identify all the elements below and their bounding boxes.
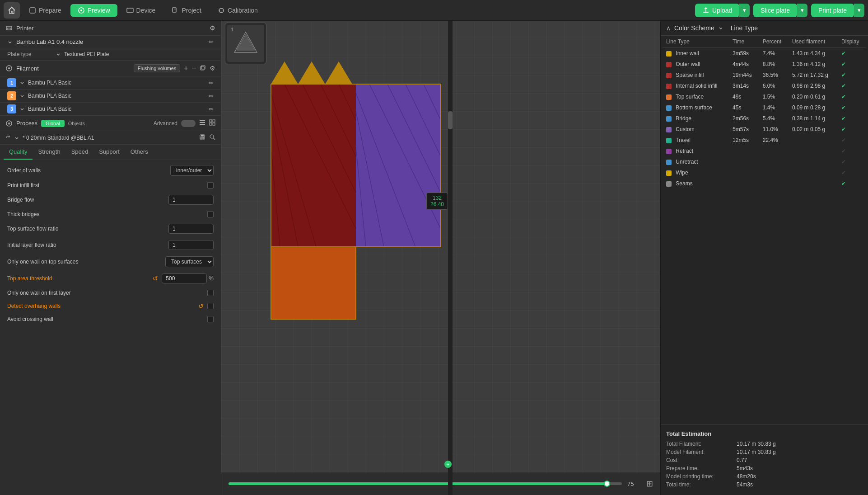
filament-row-3: 3 Bambu PLA Basic ✏ [0, 103, 221, 116]
cell-display[interactable]: ✔ [838, 156, 866, 167]
layer-slider-thumb[interactable] [604, 481, 610, 487]
upload-button[interactable]: Upload [695, 4, 739, 17]
cell-time: 3m59s [729, 48, 759, 59]
detect-overhang-checkbox[interactable] [207, 303, 214, 309]
filament-1-edit-icon[interactable]: ✏ [209, 80, 214, 86]
total-value: 5m43s [737, 465, 753, 471]
tab-others[interactable]: Others [125, 145, 154, 160]
expand-bottom-button[interactable]: ⊞ [646, 479, 653, 489]
process-grid-button[interactable] [209, 119, 215, 127]
cell-used: 0.09 m 0.28 g [789, 102, 838, 113]
plate-dropdown-icon [56, 52, 61, 57]
slice-dropdown[interactable]: ▾ [797, 4, 807, 17]
print-infill-first-checkbox[interactable] [207, 182, 214, 189]
svg-rect-3 [127, 8, 133, 13]
filament-settings-button[interactable]: ⚙ [210, 65, 215, 72]
filament-copy-button[interactable] [200, 65, 206, 72]
slice-button[interactable]: Slice plate [753, 4, 797, 17]
cell-display[interactable]: ✔ [838, 91, 866, 102]
svg-rect-28 [201, 137, 204, 139]
tab-prepare[interactable]: Prepare [22, 4, 69, 17]
right-panel: ∧ Color Scheme Line Type Line Type Time … [660, 21, 868, 495]
cell-display[interactable]: ✔ [838, 70, 866, 80]
tab-project[interactable]: Project [164, 4, 209, 17]
top-area-threshold-input[interactable] [162, 273, 207, 283]
line-table-row: Inner wall 3m59s 7.4% 1.43 m 4.34 g ✔ [663, 48, 866, 59]
cell-percent: 8.8% [759, 59, 789, 70]
svg-marker-35 [271, 61, 298, 84]
initial-layer-flow-input[interactable] [168, 240, 214, 250]
cell-percent [759, 156, 789, 167]
detect-overhang-reset-icon[interactable]: ↺ [198, 302, 204, 310]
printer-settings-button[interactable]: ⚙ [210, 24, 215, 32]
tab-device[interactable]: Device [119, 4, 163, 17]
cell-display[interactable]: ✔ [838, 146, 866, 156]
filament-add-button[interactable]: + [184, 64, 188, 72]
order-of-walls-label: Order of walls [7, 167, 167, 174]
cell-display[interactable]: ✔ [838, 59, 866, 70]
top-area-threshold-reset-icon[interactable]: ↺ [153, 275, 158, 282]
line-table-header: Line Type Time Percent Used filament Dis… [663, 36, 866, 48]
profile-name: * 0.20mm Standard @BBL A1 [23, 135, 196, 141]
avoid-crossing-checkbox[interactable] [207, 316, 214, 322]
cell-display[interactable]: ✔ [838, 80, 866, 91]
filament-3-edit-icon[interactable]: ✏ [209, 106, 214, 113]
cell-display[interactable]: ✔ [838, 124, 866, 135]
settings-scroll[interactable]: Order of walls inner/outer Print infill … [0, 160, 221, 495]
expand-button[interactable]: + [444, 461, 452, 468]
bottom-bar: 75 ⊞ [221, 472, 660, 495]
flushing-volumes-button[interactable]: Flushing volumes [134, 64, 181, 72]
bridge-flow-input[interactable] [168, 195, 214, 205]
layer-slider-track[interactable] [229, 482, 622, 485]
setting-order-of-walls: Order of walls inner/outer [0, 162, 221, 179]
tab-calibration[interactable]: Calibration [210, 4, 265, 17]
line-type-table-container[interactable]: Line Type Time Percent Used filament Dis… [661, 36, 868, 424]
tab-preview[interactable]: Preview [70, 4, 117, 17]
filament-2-edit-icon[interactable]: ✏ [209, 93, 214, 99]
print-infill-first-label: Print infill first [7, 182, 204, 189]
right-scrollbar[interactable] [448, 21, 453, 495]
cell-display[interactable]: ✔ [838, 178, 866, 189]
svg-rect-19 [200, 120, 205, 121]
cell-display[interactable]: ✔ [838, 113, 866, 124]
cell-percent: 11.0% [759, 124, 789, 135]
cell-display[interactable]: ✔ [838, 167, 866, 178]
color-scheme-collapse[interactable]: ∧ [666, 24, 671, 32]
tab-support[interactable]: Support [93, 145, 125, 160]
filament-remove-button[interactable]: − [192, 64, 196, 72]
cell-display[interactable]: ✔ [838, 102, 866, 113]
process-title: Process [16, 120, 37, 127]
only-one-wall-top-select[interactable]: Top surfaces [165, 256, 214, 267]
printer-edit-icon[interactable]: ✏ [209, 38, 214, 45]
advanced-toggle[interactable] [181, 120, 196, 127]
svg-rect-38 [271, 247, 356, 319]
scrollbar-thumb[interactable] [448, 111, 453, 129]
filament-name-1: Bambu PLA Basic [28, 80, 205, 86]
total-value: 48m20s [737, 473, 756, 480]
top-surface-flow-input[interactable] [168, 224, 214, 234]
cell-name: Custom [663, 124, 729, 135]
total-estimation-row: Cost: 0.77 [666, 457, 863, 463]
thick-bridges-checkbox[interactable] [207, 211, 214, 217]
print-dropdown[interactable]: ▾ [854, 4, 864, 17]
global-button[interactable]: Global [41, 120, 65, 127]
cell-time: 49s [729, 91, 759, 102]
tab-strength[interactable]: Strength [33, 145, 65, 160]
profile-row: * 0.20mm Standard @BBL A1 [0, 131, 221, 145]
cell-display[interactable]: ✔ [838, 48, 866, 59]
objects-button[interactable]: Objects [68, 121, 85, 126]
order-of-walls-select[interactable]: inner/outer [170, 165, 214, 176]
process-list-button[interactable] [199, 119, 205, 127]
cell-used [789, 135, 838, 146]
thumbnail-preview [232, 30, 259, 57]
profile-search-button[interactable] [209, 134, 215, 141]
only-one-wall-first-checkbox[interactable] [207, 290, 214, 296]
cell-display[interactable]: ✔ [838, 135, 866, 146]
tab-quality[interactable]: Quality [4, 145, 33, 160]
svg-rect-13 [7, 28, 11, 30]
profile-save-button[interactable] [199, 134, 205, 141]
upload-dropdown[interactable]: ▾ [739, 4, 750, 17]
print-button[interactable]: Print plate [811, 4, 854, 17]
tab-speed[interactable]: Speed [66, 145, 94, 160]
home-button[interactable] [4, 2, 20, 19]
